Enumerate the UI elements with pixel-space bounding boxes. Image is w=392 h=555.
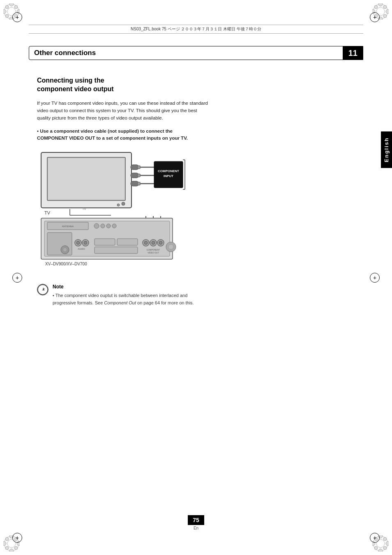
svg-point-34 xyxy=(378,549,383,552)
body-text: If your TV has component video inputs, y… xyxy=(37,99,210,122)
svg-text:TV: TV xyxy=(83,207,86,210)
svg-point-9 xyxy=(5,5,9,9)
dvd-diagram: ANTENNA AUD xyxy=(37,216,218,276)
svg-text:ᵏ: ᵏ xyxy=(42,287,45,293)
svg-rect-80 xyxy=(117,239,138,245)
svg-point-70 xyxy=(112,224,116,228)
svg-text:COMPONENT: COMPONENT xyxy=(158,169,179,173)
svg-point-73 xyxy=(63,248,67,252)
bullet-instruction: Use a component video cable (not supplie… xyxy=(37,128,193,142)
note-text: • The component video ouptut is switchab… xyxy=(53,292,210,306)
page-number-box: 75 xyxy=(188,515,204,525)
svg-point-53 xyxy=(137,174,141,177)
tv-label: TV xyxy=(44,210,50,215)
svg-point-36 xyxy=(383,537,387,541)
reg-mark-topleft xyxy=(12,12,22,22)
svg-point-77 xyxy=(84,241,87,244)
svg-rect-42 xyxy=(48,159,124,199)
file-info: NS03_ZFL.book 75 ページ ２００３年７月３１日 木曜日 午後７時… xyxy=(29,25,363,34)
section-title: Connecting using the component video out… xyxy=(37,76,355,94)
page-container: English NS03_ZFL.book 75 ページ ２００３年７月３１日 … xyxy=(0,0,392,555)
svg-point-17 xyxy=(383,14,387,18)
language-tab: English xyxy=(381,131,392,168)
svg-point-2 xyxy=(9,3,14,6)
svg-point-37 xyxy=(383,546,387,550)
svg-point-27 xyxy=(14,546,18,550)
reg-mark-bottomleft xyxy=(12,533,22,543)
svg-point-44 xyxy=(117,204,120,206)
note-text-part2: on page 64 for more on this. xyxy=(136,300,194,305)
reg-mark-topright xyxy=(370,12,380,22)
svg-point-5 xyxy=(3,9,6,14)
svg-point-85 xyxy=(152,241,155,244)
svg-point-6 xyxy=(14,5,18,9)
svg-point-8 xyxy=(5,14,9,18)
svg-text:VIDEO OUT: VIDEO OUT xyxy=(148,251,159,254)
svg-point-68 xyxy=(101,224,105,228)
note-title: Note xyxy=(53,284,210,290)
svg-text:INPUT: INPUT xyxy=(164,174,173,178)
chapter-header: Other connections 11 xyxy=(29,46,363,60)
svg-text:XV–DV900/XV–DV700: XV–DV900/XV–DV700 xyxy=(45,262,87,266)
svg-point-69 xyxy=(106,224,111,228)
svg-point-75 xyxy=(76,241,80,244)
note-italic-text: Component Out xyxy=(104,300,136,305)
svg-point-83 xyxy=(144,241,148,244)
note-content: Note • The component video ouptut is swi… xyxy=(53,284,210,306)
svg-point-12 xyxy=(378,3,383,6)
footer: 75 En xyxy=(0,515,392,530)
svg-point-24 xyxy=(9,549,14,552)
svg-text:ANTENNA: ANTENNA xyxy=(62,225,74,228)
diagram-wrapper: TV COMPONENT xyxy=(37,148,218,276)
chapter-title: Other connections xyxy=(34,49,96,57)
svg-point-16 xyxy=(383,5,387,9)
reg-mark-leftmid xyxy=(12,273,22,283)
note-section: ᵏ Note • The component video ouptut is s… xyxy=(37,284,210,306)
svg-point-29 xyxy=(5,537,9,541)
svg-point-52 xyxy=(137,166,141,169)
svg-point-91 xyxy=(168,244,173,249)
chapter-number: 11 xyxy=(343,46,363,60)
svg-point-19 xyxy=(374,5,378,9)
dvd-svg: ANTENNA AUD xyxy=(37,216,193,276)
svg-rect-79 xyxy=(95,239,115,245)
svg-point-38 xyxy=(374,546,378,550)
svg-text:COMPONENT: COMPONENT xyxy=(147,249,160,251)
svg-rect-81 xyxy=(95,247,138,253)
svg-point-28 xyxy=(5,546,9,550)
reg-mark-rightmid xyxy=(370,273,380,283)
content-area: Connecting using the component video out… xyxy=(29,76,363,306)
svg-point-54 xyxy=(137,182,141,185)
svg-point-67 xyxy=(94,223,99,228)
svg-point-43 xyxy=(122,202,125,205)
svg-point-87 xyxy=(159,241,162,244)
svg-point-13 xyxy=(386,9,389,14)
page-en-label: En xyxy=(194,526,198,530)
svg-point-33 xyxy=(386,541,389,546)
svg-point-25 xyxy=(3,541,6,546)
reg-mark-bottomright xyxy=(370,533,380,543)
svg-text:AUDIO: AUDIO xyxy=(78,248,85,250)
tv-diagram: TV COMPONENT xyxy=(37,148,218,216)
tv-svg: TV COMPONENT xyxy=(37,148,193,216)
note-icon: ᵏ xyxy=(37,284,48,295)
